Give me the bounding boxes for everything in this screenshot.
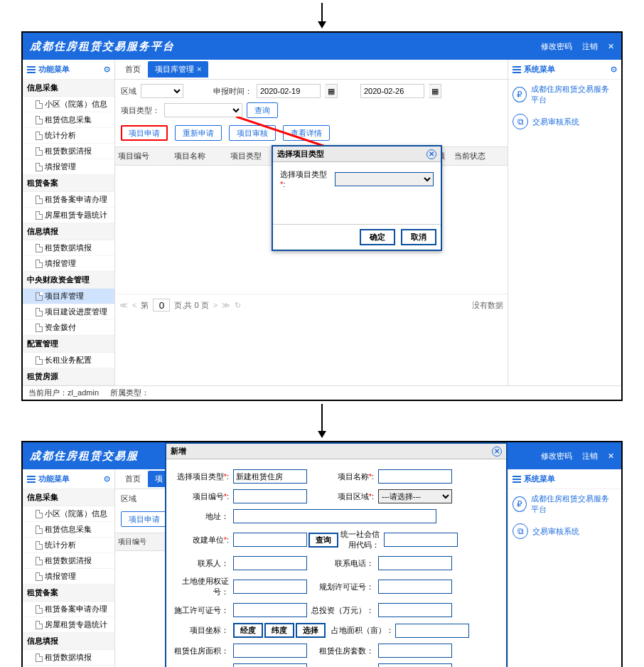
sidebar-item-report-mgmt[interactable]: 填报管理 — [23, 159, 114, 175]
collapse-icon[interactable]: ⊙ — [611, 65, 617, 74]
review-button[interactable]: 项目审核 — [229, 125, 276, 141]
logout-link[interactable]: 注销 — [582, 41, 598, 52]
select-type-dropdown[interactable] — [335, 172, 434, 186]
sysmenu-item-audit[interactable]: ⧉交易审核系统 — [508, 519, 621, 543]
collapse-icon[interactable]: ⊙ — [104, 65, 110, 74]
field-cons-cert-input[interactable] — [233, 603, 307, 617]
sysmenu-item-platform[interactable]: ₽ 成都住房租赁交易服务平台 — [508, 80, 621, 110]
pick-button[interactable]: 选择 — [296, 623, 326, 638]
menu-group-record[interactable]: 租赁备案 — [23, 585, 114, 602]
sidebar-item-community[interactable]: 小区（院落）信息 — [23, 506, 114, 522]
close-icon[interactable]: ✕ — [608, 42, 614, 51]
logout-link[interactable]: 注销 — [582, 451, 598, 461]
sidebar-item-lease-data[interactable]: 租赁数据清报 — [23, 553, 114, 569]
cancel-button[interactable]: 取消 — [401, 229, 436, 245]
select-type-label: 选择项目类型*: — [280, 169, 332, 188]
sidebar-item-stats[interactable]: 统计分析 — [23, 128, 114, 144]
lat-button[interactable]: 纬度 — [264, 623, 294, 638]
menu-group-source[interactable]: 租赁房源 — [23, 368, 114, 385]
sidebar-item-topic-stats[interactable]: 房屋租赁专题统计 — [23, 617, 114, 633]
menu-group-info[interactable]: 信息采集 — [23, 489, 114, 506]
menu-group-fund[interactable]: 中央财政资金管理 — [23, 272, 114, 289]
action-button-row: 项目申请 重新申请 项目审核 查看详情 — [115, 122, 508, 146]
audit-icon: ⧉ — [512, 114, 528, 129]
apply-button[interactable]: 项目申请 — [121, 125, 168, 141]
calendar-icon[interactable]: ▦ — [429, 84, 441, 98]
field-invest-input[interactable] — [378, 603, 452, 617]
sidebar-item-report-mgmt[interactable]: 填报管理 — [23, 569, 114, 585]
tab-home[interactable]: 首页 — [118, 61, 148, 78]
calendar-icon[interactable]: ▦ — [325, 84, 338, 98]
modal-close-icon[interactable]: ✕ — [426, 149, 436, 159]
collapse-icon[interactable]: ⊙ — [104, 474, 110, 484]
field-name-input[interactable] — [378, 469, 452, 484]
svg-marker-1 — [318, 21, 326, 28]
sidebar-item-fund-pay[interactable]: 资金拨付 — [23, 320, 114, 336]
reapply-button[interactable]: 重新申请 — [175, 125, 222, 141]
sidebar-item-fill-mgmt[interactable]: 填报管理 — [23, 256, 114, 272]
field-address-input[interactable] — [233, 509, 436, 523]
sysmenu-item-platform[interactable]: ₽成都住房租赁交易服务平台 — [508, 489, 621, 519]
sidebar-item-long-lease[interactable]: 长租业务配置 — [23, 353, 114, 368]
sidebar-item-lease-data[interactable]: 租赁数据清报 — [23, 144, 114, 159]
field-region-select[interactable]: ---请选择--- — [378, 489, 452, 503]
sidebar-item-community[interactable]: 小区（院落）信息 — [23, 97, 114, 112]
field-credit-label: 统一社会信用代码： — [340, 529, 382, 550]
no-data-text: 没有数据 — [472, 300, 503, 311]
sidebar-item-topic-stats[interactable]: 房屋租赁专题统计 — [23, 208, 114, 223]
sidebar-header: 功能菜单 ⊙ — [23, 60, 114, 80]
date-from-input[interactable] — [257, 84, 321, 98]
refresh-icon[interactable]: ↻ — [235, 301, 241, 310]
field-cons-unit-input[interactable] — [233, 663, 307, 667]
tab-home[interactable]: 首页 — [118, 471, 148, 487]
last-page-icon[interactable]: ≫ — [222, 301, 230, 310]
sysmenu-item-audit[interactable]: ⧉ 交易审核系统 — [508, 110, 621, 134]
field-contact-input[interactable] — [233, 556, 307, 570]
query-button[interactable]: 查询 — [247, 102, 278, 118]
field-supervise-input[interactable] — [378, 663, 452, 667]
sidebar-item-record-apply[interactable]: 租赁备案申请办理 — [23, 602, 114, 617]
sidebar-item-fill-data[interactable]: 租赁数据填报 — [23, 240, 114, 256]
builder-query-button[interactable]: 查询 — [308, 533, 338, 548]
field-number-input[interactable] — [233, 489, 307, 503]
field-house-count-input[interactable] — [378, 644, 452, 658]
close-icon[interactable]: ✕ — [608, 452, 614, 461]
page-input[interactable] — [153, 299, 170, 311]
field-type-input[interactable] — [233, 469, 307, 484]
first-page-icon[interactable]: ≪ — [119, 301, 128, 310]
tab-close-icon[interactable]: × — [197, 65, 201, 73]
region-select[interactable] — [141, 84, 183, 98]
apply-button[interactable]: 项目申请 — [121, 511, 168, 527]
type-select[interactable] — [164, 103, 242, 117]
sidebar-item-stats[interactable]: 统计分析 — [23, 538, 114, 553]
field-land-cert-input[interactable] — [233, 580, 307, 594]
ok-button[interactable]: 确定 — [360, 229, 395, 245]
date-to-input[interactable] — [360, 84, 424, 98]
menu-group-fill[interactable]: 信息填报 — [23, 223, 114, 240]
field-phone-input[interactable] — [378, 556, 452, 570]
field-house-area-input[interactable] — [233, 644, 307, 658]
menu-group-info[interactable]: 信息采集 — [23, 80, 114, 97]
document-icon — [36, 621, 43, 629]
field-credit-input[interactable] — [384, 533, 458, 547]
field-builder-input[interactable] — [233, 533, 307, 547]
change-password-link[interactable]: 修改密码 — [541, 451, 572, 461]
menu-group-fill[interactable]: 信息填报 — [23, 633, 114, 650]
menu-group-record[interactable]: 租赁备案 — [23, 175, 114, 192]
tab-project-lib[interactable]: 项目库管理× — [148, 61, 208, 78]
sidebar: 功能菜单 ⊙ 信息采集 小区（院落）信息 租赁信息采集 统计分析 租赁数据清报 … — [23, 469, 115, 667]
sidebar-item-lease-collect[interactable]: 租赁信息采集 — [23, 112, 114, 128]
sidebar-item-record-apply[interactable]: 租赁备案申请办理 — [23, 192, 114, 208]
sidebar-item-project-lib[interactable]: 项目库管理 — [23, 289, 114, 304]
sidebar-item-fill-data[interactable]: 租赁数据填报 — [23, 650, 114, 666]
field-plan-cert-input[interactable] — [378, 580, 452, 594]
sidebar-item-progress[interactable]: 项目建设进度管理 — [23, 304, 114, 320]
field-area-input[interactable] — [395, 624, 469, 638]
sidebar-item-lease-collect[interactable]: 租赁信息采集 — [23, 522, 114, 538]
menu-group-config[interactable]: 配置管理 — [23, 336, 114, 353]
prev-page-icon[interactable]: < — [132, 301, 136, 309]
lng-button[interactable]: 经度 — [233, 623, 263, 638]
next-page-icon[interactable]: > — [213, 301, 218, 309]
detail-button[interactable]: 查看详情 — [283, 125, 330, 141]
change-password-link[interactable]: 修改密码 — [541, 41, 572, 52]
